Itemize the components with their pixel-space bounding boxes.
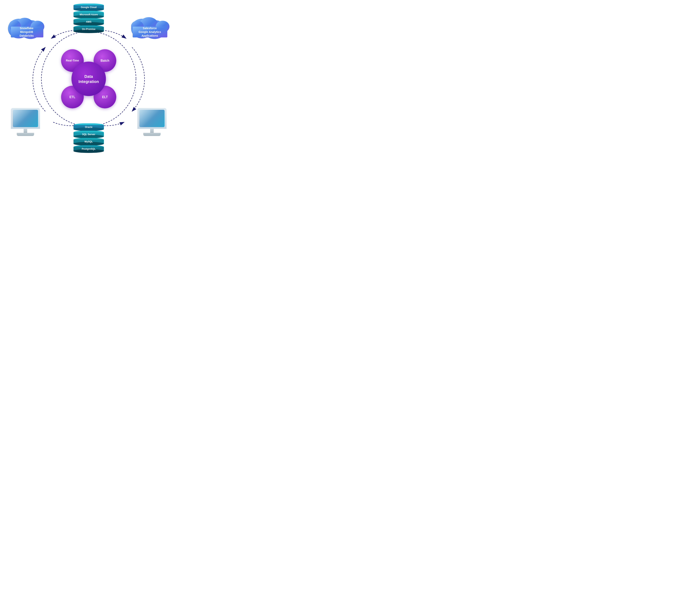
svg-text:Databricks: Databricks <box>19 34 34 37</box>
db-layer-aws: AWS <box>73 19 104 26</box>
monitor-right <box>137 108 167 136</box>
svg-text:PostgreSQL: PostgreSQL <box>82 148 96 150</box>
svg-text:AWS: AWS <box>86 20 92 23</box>
monitor-right-bezel <box>137 108 167 129</box>
monitor-right-screen <box>139 110 165 127</box>
svg-text:Google Analytics: Google Analytics <box>139 30 161 33</box>
monitor-right-base <box>143 133 160 136</box>
center-label-line2: Integration <box>79 79 99 84</box>
svg-text:MySQL: MySQL <box>85 140 93 143</box>
db-layer-azure: Microsoft Azure <box>73 12 104 18</box>
center-circle: Data Integration <box>71 62 106 96</box>
satellite-etl-label: ETL <box>69 95 75 99</box>
db-layer-postgresql: PostgreSQL <box>73 146 104 153</box>
svg-text:On-Premise: On-Premise <box>82 28 96 30</box>
svg-text:SQL Server: SQL Server <box>82 133 95 136</box>
monitor-left-screen <box>13 110 38 127</box>
satellite-batch-label: Batch <box>100 59 109 62</box>
diagram-container: Google Cloud Microsoft Azure AWS <box>4 2 173 156</box>
center-label-line1: Data <box>84 74 93 79</box>
db-layer-google-cloud: Google Cloud <box>73 4 104 11</box>
center-cluster: Real-Time Batch ETL ELT Data Integration <box>57 47 120 110</box>
monitor-left-bezel <box>11 108 40 129</box>
svg-text:Applications: Applications <box>141 34 158 37</box>
monitor-left <box>11 108 40 136</box>
svg-text:Snowflake: Snowflake <box>20 27 33 30</box>
db-layer-sqlserver: SQL Server <box>73 131 104 138</box>
satellite-realtime-label: Real-Time <box>66 59 79 62</box>
cloud-left: Snowflake MongoDB Databricks <box>7 15 46 40</box>
monitor-left-base <box>17 133 34 136</box>
svg-text:Google Cloud: Google Cloud <box>81 6 97 9</box>
svg-text:Salesforce: Salesforce <box>143 27 157 30</box>
monitor-right-neck <box>150 129 154 133</box>
db-layer-on-premise: On-Premise <box>73 26 104 33</box>
svg-text:MongoDB: MongoDB <box>20 30 33 33</box>
svg-text:Oracle: Oracle <box>85 126 93 128</box>
db-layer-mysql: MySQL <box>73 139 104 145</box>
db-bottom-stack: Oracle SQL Server MySQL <box>73 124 104 153</box>
satellite-elt-label: ELT <box>102 95 108 99</box>
monitor-left-neck <box>24 129 27 133</box>
db-top-stack: Google Cloud Microsoft Azure AWS <box>73 4 104 33</box>
cloud-right: Salesforce Google Analytics Applications <box>129 15 170 40</box>
db-layer-oracle: Oracle <box>73 124 104 131</box>
svg-text:Microsoft Azure: Microsoft Azure <box>80 13 98 16</box>
